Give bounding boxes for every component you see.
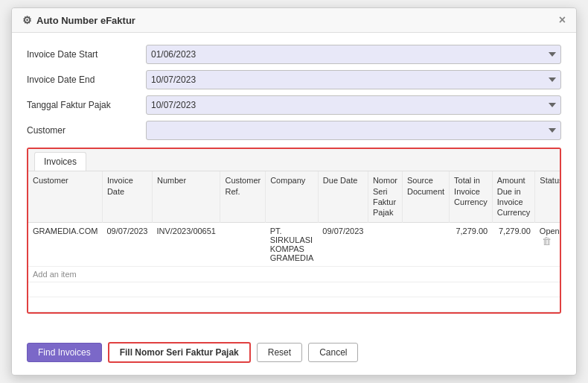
table-wrapper: Customer Invoice Date Number Customer Re… [28, 171, 560, 311]
invoice-date-start-select[interactable]: 01/06/2023 [146, 45, 561, 64]
tab-bar: Invoices [28, 149, 560, 171]
customer-select[interactable] [146, 121, 561, 140]
invoice-date-end-label: Invoice Date End [27, 75, 146, 85]
cell-status: Open 🗑 [535, 222, 560, 266]
table-row: GRAMEDIA.COM 09/07/2023 INV/2023/00651 P… [28, 222, 560, 266]
col-customer: Customer [28, 171, 102, 222]
invoice-date-start-label: Invoice Date Start [27, 49, 146, 60]
col-due-date: Due Date [318, 171, 368, 222]
empty-row-1 [28, 282, 560, 297]
find-invoices-button[interactable]: Find Invoices [27, 343, 102, 362]
cell-customer-ref [220, 222, 266, 266]
cell-number: INV/2023/00651 [152, 222, 220, 266]
cell-amount-due: 7,279.00 [492, 222, 535, 266]
close-icon[interactable]: × [559, 14, 566, 26]
col-nomor-seri: Nomor Seri Faktur Pajak [368, 171, 402, 222]
reset-button[interactable]: Reset [257, 343, 302, 362]
modal-footer: Find Invoices Fill Nomor Seri Faktur Paj… [12, 335, 576, 375]
modal-header: ⚙ Auto Number eFaktur × [12, 8, 576, 33]
col-customer-ref: Customer Ref. [220, 171, 266, 222]
col-number: Number [152, 171, 220, 222]
customer-row: Customer [27, 121, 561, 140]
modal-body: Invoice Date Start 01/06/2023 Invoice Da… [12, 33, 576, 334]
cell-invoice-date: 09/07/2023 [102, 222, 152, 266]
cell-due-date: 09/07/2023 [318, 222, 368, 266]
invoices-table: Customer Invoice Date Number Customer Re… [28, 171, 560, 311]
invoices-section: Invoices Customer Invoice Date Number Cu… [27, 148, 561, 313]
invoice-date-start-row: Invoice Date Start 01/06/2023 [27, 45, 561, 64]
empty-row-2 [28, 297, 560, 311]
customer-label: Customer [27, 125, 146, 136]
tanggal-faktur-label: Tanggal Faktur Pajak [27, 100, 146, 110]
cell-nomor-seri [368, 222, 402, 266]
gear-icon: ⚙ [22, 14, 32, 26]
cell-customer: GRAMEDIA.COM [28, 222, 102, 266]
tanggal-faktur-select[interactable]: 10/07/2023 [146, 95, 561, 115]
cancel-button[interactable]: Cancel [308, 343, 358, 362]
delete-icon[interactable]: 🗑 [542, 235, 552, 247]
invoice-date-end-row: Invoice Date End 10/07/2023 [27, 70, 561, 89]
col-company: Company [266, 171, 319, 222]
cell-source-document [402, 222, 449, 266]
col-source-document: Source Document [402, 171, 449, 222]
modal: ⚙ Auto Number eFaktur × Invoice Date Sta… [11, 7, 577, 375]
add-item-row: Add an item [28, 266, 560, 282]
col-total-invoice: Total in Invoice Currency [450, 171, 493, 222]
col-invoice-date: Invoice Date [102, 171, 152, 222]
col-status: Status [535, 171, 560, 222]
cell-total-invoice: 7,279.00 [450, 222, 493, 266]
add-item-label[interactable]: Add an item [28, 266, 560, 282]
table-header-row: Customer Invoice Date Number Customer Re… [28, 171, 560, 222]
modal-title-text: Auto Number eFaktur [36, 15, 135, 26]
tab-invoices[interactable]: Invoices [34, 152, 86, 171]
col-amount-due: Amount Due in Invoice Currency [492, 171, 535, 222]
fill-nomor-button[interactable]: Fill Nomor Seri Faktur Pajak [108, 342, 251, 363]
tanggal-faktur-row: Tanggal Faktur Pajak 10/07/2023 [27, 95, 561, 115]
invoice-date-end-select[interactable]: 10/07/2023 [146, 70, 561, 89]
cell-company: PT. SIRKULASI KOMPAS GRAMEDIA [266, 222, 319, 266]
modal-title: ⚙ Auto Number eFaktur [22, 14, 135, 26]
